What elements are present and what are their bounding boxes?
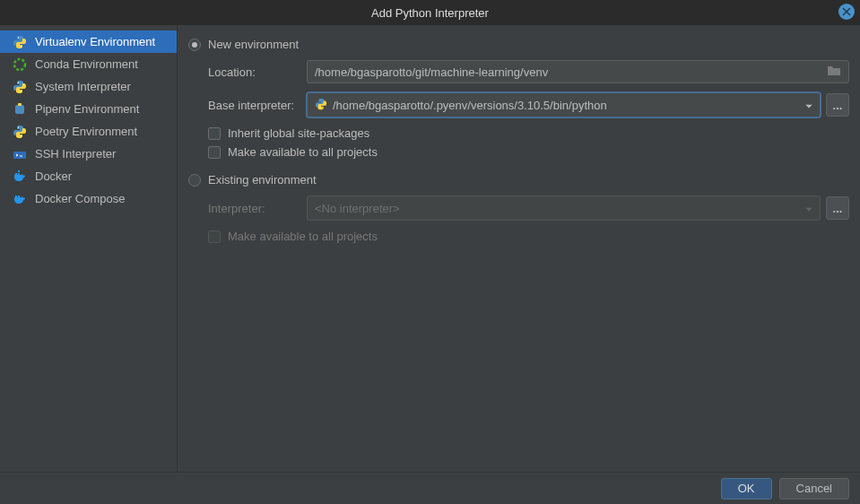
sidebar-item-conda[interactable]: Conda Environment [0,53,177,75]
svg-point-0 [18,37,19,38]
existing-environment-radio-row[interactable]: Existing environment [188,173,849,187]
sidebar-item-docker[interactable]: Docker [0,165,177,187]
svg-rect-14 [18,196,20,197]
inherit-label: Inherit global site-packages [228,126,369,140]
location-label: Location: [208,65,307,79]
base-interpreter-dropdown[interactable]: /home/bgasparotto/.pyenv/versions/3.10.5… [307,92,821,117]
close-button[interactable] [838,4,855,20]
conda-icon [13,57,27,72]
sidebar-item-label: Docker [35,169,72,183]
inherit-checkbox[interactable] [208,127,221,140]
radio-new-env[interactable] [188,39,201,51]
docker-compose-icon [13,192,27,206]
interpreter-dropdown: <No interpreter> [307,196,821,221]
available-checkbox[interactable] [208,146,221,159]
browse-button-existing[interactable]: ... [826,196,849,220]
svg-rect-13 [15,196,17,197]
sidebar-item-pipenv[interactable]: Pipenv Environment [0,98,177,120]
python-icon [13,80,27,94]
svg-point-8 [21,135,22,136]
chevron-down-icon [805,202,812,215]
ok-label: OK [738,482,755,495]
window-title: Add Python Interpreter [371,6,489,20]
svg-rect-5 [15,105,24,114]
python-icon [13,125,27,139]
interp-label: Interpreter: [208,202,307,215]
sidebar-item-virtualenv[interactable]: Virtualenv Environment [0,30,177,53]
available-checkbox-row[interactable]: Make available to all projects [208,145,849,159]
available-label: Make available to all projects [228,145,378,159]
new-environment-radio-row[interactable]: New environment [188,38,849,51]
radio-existing-env[interactable] [188,174,201,187]
svg-rect-9 [13,152,26,159]
base-interp-value: /home/bgasparotto/.pyenv/versions/3.10.5… [333,99,607,112]
main-panel: New environment Location: /home/bgasparo… [178,25,860,472]
close-icon [842,7,851,16]
titlebar: Add Python Interpreter [0,0,860,25]
svg-point-4 [21,91,22,91]
available-checkbox-row-2: Make available to all projects [208,230,849,243]
browse-label: ... [833,99,843,112]
available-label-2: Make available to all projects [228,230,378,243]
interp-value: <No interpreter> [315,202,400,215]
svg-rect-6 [18,103,22,106]
existing-env-label: Existing environment [208,173,317,187]
svg-rect-12 [18,170,20,172]
browse-button[interactable]: ... [826,93,849,117]
sidebar-item-label: Pipenv Environment [35,102,139,116]
svg-point-1 [21,46,22,47]
folder-icon[interactable] [827,65,841,79]
base-interp-label: Base interpreter: [208,99,307,112]
svg-point-3 [18,82,19,83]
sidebar-item-label: SSH Interpreter [35,147,116,161]
chevron-down-icon [805,99,812,112]
sidebar-item-docker-compose[interactable]: Docker Compose [0,187,177,210]
sidebar-item-system[interactable]: System Interpreter [0,75,177,98]
svg-point-2 [14,59,25,70]
python-icon [13,35,27,49]
ssh-icon [13,147,27,161]
inherit-checkbox-row[interactable]: Inherit global site-packages [208,126,849,140]
new-env-label: New environment [208,38,299,51]
available-checkbox-2 [208,230,221,243]
sidebar-item-label: Virtualenv Environment [35,35,155,48]
sidebar-item-poetry[interactable]: Poetry Environment [0,120,177,143]
sidebar-item-ssh[interactable]: SSH Interpreter [0,143,177,165]
location-value: /home/bgasparotto/git/machine-learning/v… [315,65,548,79]
svg-point-7 [18,126,19,127]
python-icon [315,98,327,113]
cancel-button[interactable]: Cancel [779,478,849,500]
svg-rect-11 [18,173,20,175]
ok-button[interactable]: OK [721,478,772,500]
sidebar-item-label: Poetry Environment [35,125,137,138]
location-input[interactable]: /home/bgasparotto/git/machine-learning/v… [307,60,849,83]
cancel-label: Cancel [796,482,832,495]
sidebar-item-label: Docker Compose [35,192,125,205]
docker-icon [13,169,27,184]
sidebar-item-label: Conda Environment [35,57,138,71]
sidebar: Virtualenv Environment Conda Environment… [0,25,178,472]
svg-rect-10 [15,173,17,175]
browse-label: ... [833,202,843,215]
sidebar-item-label: System Interpreter [35,80,131,93]
bottom-bar: OK Cancel [0,472,860,504]
pipenv-icon [13,102,27,117]
